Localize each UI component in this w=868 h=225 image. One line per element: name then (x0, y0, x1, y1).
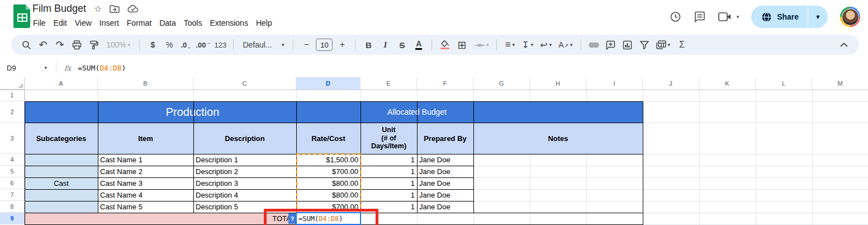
production-banner-cell[interactable]: Production (25, 101, 361, 123)
column-header-f[interactable]: F (417, 77, 473, 90)
menu-view[interactable]: View (71, 17, 96, 29)
column-header-a[interactable]: A (25, 77, 98, 90)
cell-c6-description[interactable]: Description 3 (193, 177, 296, 189)
banner-empty-cell[interactable] (473, 101, 643, 123)
cell-d8-rate[interactable]: $700.00 (296, 201, 361, 213)
cell-f6-prepared-by[interactable]: Jane Doe (417, 177, 473, 189)
menu-tools[interactable]: Tools (180, 17, 206, 29)
column-header-b[interactable]: B (98, 77, 193, 90)
redo-icon[interactable]: ↷ (53, 38, 67, 52)
row-header-1[interactable]: 1 (0, 90, 25, 101)
menu-data[interactable]: Data (155, 17, 180, 29)
subcategory-cast-cell[interactable]: Cast (25, 154, 98, 213)
menu-file[interactable]: File (29, 17, 50, 29)
row-header-8[interactable]: 8 (0, 201, 25, 213)
paint-format-icon[interactable] (86, 38, 101, 52)
name-box[interactable]: D9 ▾ (0, 64, 51, 72)
format-currency-button[interactable]: $ (145, 38, 160, 52)
menu-help[interactable]: Help (252, 17, 276, 29)
format-percent-button[interactable]: % (162, 38, 177, 52)
cell-e7-unit[interactable]: 1 (361, 189, 417, 201)
cell-d6-rate[interactable]: $800.00 (296, 177, 361, 189)
insert-chart-icon[interactable] (620, 38, 635, 52)
cell-editor-d9[interactable]: =SUM(D4:D8) (296, 212, 361, 225)
select-all-corner[interactable] (0, 77, 25, 90)
font-family-selector[interactable]: Defaul... ▾ (239, 38, 287, 52)
row-header-9[interactable]: 9 (0, 213, 25, 224)
row-header-4[interactable]: 4 (0, 154, 25, 166)
undo-icon[interactable]: ↶ (36, 38, 50, 52)
menu-edit[interactable]: Edit (50, 17, 71, 29)
cell-b5-item[interactable]: Cast Name 2 (98, 166, 193, 177)
header-rate-cost[interactable]: Rate/Cost (296, 123, 361, 154)
column-header-k[interactable]: K (699, 77, 756, 90)
cell-e6-unit[interactable]: 1 (361, 177, 417, 189)
cell-f7-prepared-by[interactable]: Jane Doe (417, 189, 473, 201)
vertical-align-button[interactable]: ↧ ▾ (519, 38, 535, 52)
insert-comment-icon[interactable] (604, 38, 618, 52)
cell-f8-prepared-by[interactable]: Jane Doe (417, 201, 473, 213)
text-rotation-button[interactable]: A↗ ▾ (556, 38, 575, 52)
header-notes[interactable]: Notes (473, 123, 643, 154)
font-size-input[interactable]: 10 (316, 39, 333, 51)
table-views-button[interactable]: ▾ (654, 38, 673, 52)
column-header-j[interactable]: J (643, 77, 699, 90)
cell-b8-item[interactable]: Cast Name 5 (98, 201, 193, 213)
menu-insert[interactable]: Insert (96, 17, 123, 29)
cell-f5-prepared-by[interactable]: Jane Doe (417, 166, 473, 177)
document-title[interactable]: Film Budget (32, 3, 86, 15)
header-subcategories[interactable]: Subcategories (25, 123, 98, 154)
cell-b7-item[interactable]: Cast Name 4 (98, 189, 193, 201)
cell-e8-unit[interactable]: 1 (361, 201, 417, 213)
header-prepared-by[interactable]: Prepared By (417, 123, 473, 154)
row-header-3[interactable]: 3 (0, 123, 25, 154)
decrease-decimal-button[interactable]: .0 ← (179, 38, 193, 52)
cell-d4-rate[interactable]: $1,500.00 (296, 154, 361, 166)
cell-e5-unit[interactable]: 1 (361, 166, 417, 177)
more-formats-button[interactable]: 123 (213, 38, 227, 52)
meet-caret-icon[interactable]: ▾ (737, 14, 739, 20)
cell-b4-item[interactable]: Cast Name 1 (98, 154, 193, 166)
menu-extensions[interactable]: Extensions (206, 17, 252, 29)
insert-link-icon[interactable] (587, 38, 601, 52)
header-unit[interactable]: Unit (# of Days/Item) (361, 123, 417, 154)
menu-format[interactable]: Format (123, 17, 155, 29)
column-header-l[interactable]: L (756, 77, 812, 90)
version-history-icon[interactable] (669, 11, 681, 23)
move-folder-icon[interactable] (110, 5, 120, 13)
cell-c5-description[interactable]: Description 2 (193, 166, 296, 177)
increase-decimal-button[interactable]: .00 → (196, 38, 211, 52)
row-header-6[interactable]: 6 (0, 177, 25, 189)
italic-button[interactable]: I (378, 38, 392, 52)
column-header-h[interactable]: H (530, 77, 586, 90)
column-header-i[interactable]: I (586, 77, 643, 90)
cloud-saved-icon[interactable] (127, 5, 139, 13)
row-header-2[interactable]: 2 (0, 101, 25, 123)
cell-c8-description[interactable]: Description 5 (193, 201, 296, 213)
column-header-e[interactable]: E (361, 77, 417, 90)
cell-f4-prepared-by[interactable]: Jane Doe (417, 154, 473, 166)
row-header-7[interactable]: 7 (0, 189, 25, 201)
column-header-d[interactable]: D (296, 77, 361, 90)
print-icon[interactable] (69, 38, 84, 52)
borders-button[interactable]: ⊞ (454, 38, 469, 52)
comments-icon[interactable] (694, 11, 706, 23)
merge-cells-button[interactable]: ⇥⇤ ▾ (471, 38, 491, 52)
text-color-button[interactable]: A (411, 38, 426, 52)
fill-color-button[interactable] (438, 38, 452, 52)
meet-video-icon[interactable]: ▾ (718, 12, 739, 22)
search-icon[interactable] (19, 38, 34, 52)
formula-help-badge[interactable]: ? (288, 213, 296, 224)
cell-d7-rate[interactable]: $800.00 (296, 189, 361, 201)
text-wrapping-button[interactable]: ↩ ▾ (538, 38, 554, 52)
formula-input[interactable]: =SUM(D4:D8) (78, 64, 126, 72)
share-button[interactable]: Share (751, 6, 808, 28)
column-header-g[interactable]: G (473, 77, 530, 90)
cell-b6-item[interactable]: Cast Name 3 (98, 177, 193, 189)
cell-e4-unit[interactable]: 1 (361, 154, 417, 166)
share-dropdown-caret[interactable]: ▼ (808, 13, 828, 20)
header-description[interactable]: Description (193, 123, 296, 154)
horizontal-align-button[interactable]: ≡ ▾ (502, 38, 517, 52)
collapse-toolbar-icon[interactable] (837, 38, 851, 52)
strikethrough-button[interactable]: S (395, 38, 409, 52)
